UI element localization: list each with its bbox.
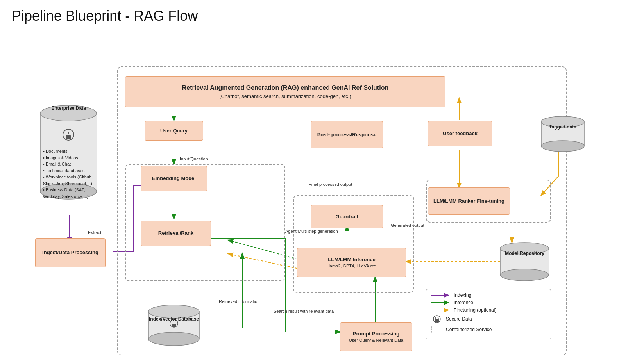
user-feedback-box: User feedback: [428, 121, 492, 146]
rag-solution-box: Retrieval Augmented Generation (RAG) enh…: [125, 76, 445, 107]
legend-finetuning-row: Finetuning (optional): [431, 307, 546, 313]
retrieved-info-label: Retrieved information: [219, 299, 260, 304]
svg-point-34: [148, 332, 199, 346]
ingest-label: Ingest/Data Processing: [42, 249, 98, 256]
input-question-label: Input/Question: [180, 156, 208, 162]
llm-inference-sublabel: Llama2, GPT4, LLaVA etc.: [326, 263, 377, 269]
embedding-model-box: Embedding Model: [141, 166, 207, 191]
page-title: Pipeline Blueprint - RAG Flow: [12, 8, 632, 24]
generated-output-label: Generated output: [391, 223, 424, 228]
enterprise-data-items: • Documents • Images & Videos • Email & …: [43, 148, 96, 200]
postprocess-label: Post- process/Response: [317, 131, 377, 138]
legend: Indexing Inference Finetuning (optional)…: [426, 289, 551, 339]
user-feedback-label: User feedback: [443, 130, 478, 137]
legend-inference-arrow: [431, 300, 451, 305]
legend-secure-icon: [431, 315, 443, 323]
svg-rect-48: [435, 319, 439, 322]
legend-inference-row: Inference: [431, 300, 546, 305]
llm-finetuning-label: LLM/LMM Ranker Fine-tuning: [433, 198, 504, 205]
model-repo-svg: [498, 242, 551, 283]
index-vector-svg: [147, 305, 201, 348]
rag-solution-label: Retrieval Augmented Generation (RAG) enh…: [182, 84, 388, 92]
enterprise-data-cylinder: Enterprise Data • Documents • Images & V…: [38, 102, 99, 207]
index-vector-cylinder: Index/Vector Database: [147, 305, 201, 348]
embedding-model-label: Embedding Model: [152, 175, 196, 182]
tagged-data-cylinder: Tagged data: [539, 116, 586, 153]
rag-solution-sublabel: (Chatbot, semantic search, summarization…: [219, 93, 351, 100]
guardrail-box: Guardrail: [311, 205, 383, 228]
svg-rect-36: [172, 324, 176, 327]
legend-secure-label: Secure Data: [446, 316, 472, 322]
llm-inference-box: LLM/LMM Inference Llama2, GPT4, LLaVA et…: [297, 248, 406, 277]
legend-containerized-icon: [431, 325, 443, 334]
index-vector-label: Index/Vector Database: [147, 316, 201, 322]
legend-finetuning-arrow: [431, 307, 451, 313]
retrieval-rank-label: Retrieval/Rank: [158, 230, 193, 237]
svg-point-40: [541, 141, 584, 152]
llm-inference-label: LLM/LMM Inference: [328, 256, 375, 263]
tagged-data-svg: [539, 116, 586, 153]
legend-containerized-label: Containerized Service: [446, 327, 492, 332]
user-query-label: User Query: [160, 127, 188, 134]
legend-secure-row: Secure Data: [431, 315, 546, 323]
enterprise-data-label: Enterprise Data: [38, 105, 99, 111]
legend-inference-label: Inference: [454, 300, 473, 305]
svg-rect-49: [432, 326, 442, 333]
search-result-label: Search result with relevant data: [274, 309, 334, 314]
legend-indexing-arrow: [431, 292, 451, 298]
svg-rect-30: [66, 135, 71, 139]
legend-containerized-row: Containerized Service: [431, 325, 546, 334]
prompt-processing-sublabel: User Query & Relevant Data: [349, 337, 403, 343]
ingest-box: Ingest/Data Processing: [35, 238, 106, 267]
legend-indexing-label: Indexing: [454, 292, 471, 298]
svg-point-43: [500, 269, 549, 281]
model-repo-cylinder: Model Repository: [498, 242, 551, 283]
agent-multi-label: Agent/Multi-step generation: [285, 228, 338, 234]
llm-finetuning-box: LLM/LMM Ranker Fine-tuning: [428, 187, 510, 215]
user-query-box: User Query: [145, 121, 203, 141]
final-processed-label: Final processed output: [309, 182, 352, 187]
prompt-processing-box: Prompt Processing User Query & Relevant …: [340, 322, 412, 351]
tagged-data-label: Tagged data: [539, 124, 586, 130]
legend-indexing-row: Indexing: [431, 292, 546, 298]
guardrail-label: Guardrail: [336, 213, 358, 220]
postprocess-box: Post- process/Response: [311, 121, 383, 148]
extract-label: Extract: [88, 230, 101, 235]
prompt-processing-label: Prompt Processing: [353, 330, 399, 337]
model-repo-label: Model Repository: [498, 251, 551, 256]
legend-finetuning-label: Finetuning (optional): [454, 307, 496, 313]
retrieval-rank-box: Retrieval/Rank: [141, 221, 211, 246]
diagram: Retrieval Augmented Generation (RAG) enh…: [12, 31, 629, 359]
